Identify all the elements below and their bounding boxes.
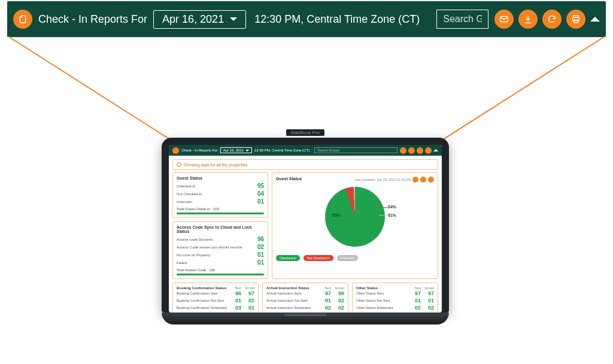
other-status-card: Other StatusTextEmail Other Status Sent9…	[352, 283, 438, 313]
refresh-icon[interactable]	[417, 147, 423, 154]
mini-date-selector[interactable]: Apr 16, 2021	[220, 147, 252, 153]
title-label: Check - In Reports For	[38, 13, 147, 26]
warning-icon: !	[177, 162, 181, 167]
progress-bar	[177, 213, 264, 214]
collapse-icon[interactable]	[433, 149, 438, 151]
laptop-mockup: Check - In Reports For Apr 16, 2021 12:3…	[162, 138, 449, 324]
callout-line-left	[8, 36, 190, 153]
arrival-instruction-card: Arrival Instruction StatusTextEmail Arri…	[262, 283, 348, 313]
download-icon[interactable]	[408, 147, 415, 154]
access-code-card: Access Code Sync to Cloud and Lock Statu…	[172, 222, 268, 279]
pie-chart: 95% 04% 01%	[276, 181, 434, 253]
pie-label-checked-in: 95%	[332, 213, 341, 217]
total-label: Total Guest Check-In : 100	[177, 207, 264, 211]
card-title: Guest Status	[177, 176, 264, 180]
report-icon[interactable]	[13, 10, 32, 29]
card-title: Access Code Sync to Cloud and Lock Statu…	[177, 225, 264, 233]
search-input[interactable]	[436, 10, 488, 29]
pie-label-unknown: 01%	[388, 213, 396, 217]
mini-search-input[interactable]: Search Groups	[314, 147, 397, 153]
mini-title-label: Check - In Reports For	[181, 148, 218, 152]
report-icon[interactable]	[172, 147, 179, 154]
banner-text: Showing data for all the properties.	[184, 163, 248, 167]
clock-label: 12:30 PM, Central Time Zone (CT)	[254, 13, 420, 26]
print-icon[interactable]	[425, 147, 432, 154]
refresh-icon[interactable]	[542, 10, 562, 29]
progress-bar	[177, 274, 264, 275]
callout-line-right	[423, 36, 605, 153]
mini-clock: 12:30 PM, Central Time Zone (CT)	[254, 148, 309, 152]
chart-legend: Checked-in Not Checked-in Unknown	[276, 255, 434, 261]
bottom-cards-row: Booking Confirmation StatusTextEmail Boo…	[169, 283, 442, 313]
chevron-down-icon	[230, 17, 237, 21]
collapse-icon[interactable]	[590, 17, 600, 22]
date-selector[interactable]: Apr 16, 2021	[153, 10, 246, 29]
laptop-model: MacBook Pro	[286, 129, 324, 136]
guest-status-card: Guest Status Checked-in95 Not Checked-in…	[172, 172, 268, 218]
total-label: Total Access Code : 100	[177, 268, 264, 272]
pie-label-not-checked-in: 04%	[388, 205, 396, 209]
date-value: Apr 16, 2021	[162, 13, 224, 26]
mail-icon[interactable]	[494, 10, 514, 29]
info-banner: ! Showing data for all the properties.	[172, 159, 438, 170]
report-header-bar: Check - In Reports For Apr 16, 2021 12:3…	[7, 1, 606, 37]
legend-not-checked-in[interactable]: Not Checked-in	[304, 255, 333, 261]
search-container	[436, 10, 488, 29]
mail-icon[interactable]	[400, 147, 406, 154]
mini-header-bar: Check - In Reports For Apr 16, 2021 12:3…	[169, 145, 442, 156]
download-icon[interactable]	[518, 10, 538, 29]
print-icon[interactable]	[566, 10, 585, 29]
booking-confirmation-card: Booking Confirmation StatusTextEmail Boo…	[172, 283, 259, 313]
chevron-down-icon	[245, 150, 249, 151]
legend-checked-in[interactable]: Checked-in	[276, 255, 300, 261]
dashboard: Check - In Reports For Apr 16, 2021 12:3…	[169, 145, 442, 313]
guest-status-chart-card: Guest Status Last Updated : Apr 16, 2021…	[272, 172, 438, 279]
legend-unknown[interactable]: Unknown	[337, 255, 358, 261]
